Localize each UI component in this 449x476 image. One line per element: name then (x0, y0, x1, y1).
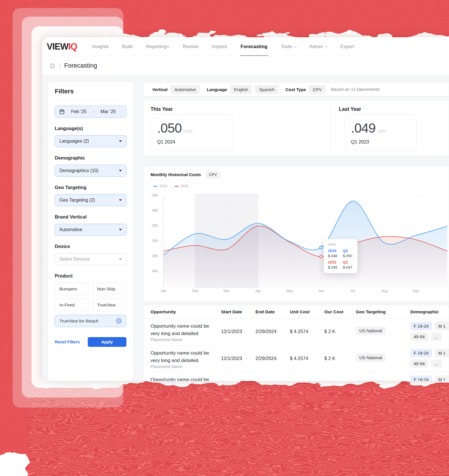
tooltip-year-2023: 2023 (328, 260, 342, 264)
check-icon: ✓ (116, 318, 122, 324)
legend-dash-2024 (153, 186, 157, 187)
languages-dropdown[interactable]: Languages (2) (55, 135, 126, 147)
our-cost: $ 2 K (324, 356, 335, 361)
product-option-trueview-for-reach[interactable]: TrueView for Reach ✓ (55, 315, 126, 327)
demographic-chip[interactable]: F 18-24 (410, 322, 432, 330)
legend-item-2024[interactable]: 2024 (153, 184, 167, 188)
chart-tooltip: June 2024 Q2 $.048 $.050 2023 Q2 $.045 (324, 239, 358, 273)
logo-iq-text: IQ (68, 42, 77, 52)
viewiq-logo[interactable]: VIEWIQ (47, 42, 77, 52)
column-header-geo-targeting[interactable]: Geo Targeting (356, 309, 386, 314)
nav-item-inspect[interactable]: Inspect (212, 37, 227, 56)
demographic-chip[interactable]: M 1 (435, 375, 449, 381)
last-year-period: Q1 2023 (351, 139, 410, 145)
historical-chart[interactable]: JanFebMarAprMayJunJulAugSep (160, 194, 449, 294)
nav-item-export[interactable]: Export (340, 37, 354, 56)
geo-targeting-chip[interactable]: US National (356, 353, 386, 362)
brand-vertical-dropdown[interactable]: Automotive (55, 224, 126, 236)
demographic-chips: F 18-24 M 1 45-54 ... (410, 375, 449, 381)
apply-button[interactable]: Apply (88, 337, 126, 347)
nav-item-reporting[interactable]: Reporting+ (146, 37, 169, 56)
nav-label: Export (340, 44, 354, 49)
chevron-down-icon (119, 140, 122, 142)
demographic-chip[interactable]: M 1 (435, 322, 449, 330)
nav-item-admin[interactable]: Admin (309, 37, 327, 56)
chevron-down-icon (119, 170, 122, 172)
product-option-bumpers[interactable]: Bumpers (55, 283, 89, 295)
table-row[interactable]: Opportunity name could be very long and … (144, 318, 449, 345)
nav-item-insights[interactable]: Insights (92, 37, 109, 56)
y-axis-tick: .065 (144, 193, 158, 197)
chart-title: Monthly Historical Costs (151, 172, 201, 177)
product-option-label: Non-Skip (97, 286, 116, 292)
nav-item-build[interactable]: Build (122, 37, 133, 56)
column-header-start-date[interactable]: Start Date (221, 309, 242, 314)
unit-cost: $ 4.2574 (290, 356, 308, 361)
cost-type-chip[interactable]: CPV (309, 85, 326, 94)
demographic-chips: F 18-24 M 1 45-54 ... (410, 349, 449, 368)
chevron-down-icon (325, 45, 328, 48)
summary-divider (330, 105, 331, 152)
filter-label-geo-targeting: Geo Targeting (55, 185, 126, 190)
start-date: 12/1/2023 (221, 329, 242, 334)
legend-dash-2023 (175, 186, 179, 187)
filter-label-device: Device (55, 244, 126, 249)
date-range-values: Feb ‘25 - Mar ‘25 (65, 109, 122, 114)
column-header-opportunity[interactable]: Opportunity (151, 309, 176, 314)
chevron-down-icon (294, 45, 297, 48)
demographic-more-chip[interactable]: ... (431, 359, 442, 368)
this-year-unit: CPV (185, 129, 193, 133)
column-header-unit-cost[interactable]: Unit Cost (290, 309, 310, 314)
context-bar: Vertical Automotive Language English Spa… (143, 82, 449, 96)
vertical-value-chip[interactable]: Automotive (170, 85, 200, 94)
primary-nav: Insights Build Reporting+ Review Inspect… (92, 37, 354, 56)
nav-item-review[interactable]: Review (183, 37, 198, 56)
legend-item-2023[interactable]: 2023 (175, 184, 188, 188)
product-option-label: Bumpers (59, 286, 77, 292)
filters-panel: Filters Feb ‘25 - Mar ‘25 Language(s) La… (48, 82, 134, 381)
nav-label: Tools (281, 44, 292, 49)
device-dropdown[interactable]: Select Devices (55, 253, 126, 265)
brand-vertical-dropdown-value: Automotive (59, 227, 82, 232)
demographic-chip[interactable]: M 1 (435, 349, 449, 357)
table-row[interactable]: Opportunity name could be very long and … (144, 345, 449, 372)
demographic-chip[interactable]: 45-54 (410, 333, 428, 341)
nav-item-forecasting[interactable]: Forecasting (241, 37, 268, 56)
date-range-picker[interactable]: Feb ‘25 - Mar ‘25 (55, 106, 126, 118)
column-header-end-date[interactable]: End Date (255, 309, 275, 314)
table-row[interactable]: Opportunity name could be very long and … (144, 372, 449, 381)
chart-unit-chip[interactable]: CPV (206, 170, 220, 179)
tooltip-month: June (328, 242, 353, 246)
product-option-nonskip[interactable]: Non-Skip (93, 283, 127, 295)
column-header-our-cost[interactable]: Our Cost (324, 309, 343, 314)
y-axis-tick: .060 (144, 209, 158, 213)
nav-item-tools[interactable]: Tools (281, 37, 296, 56)
demographics-dropdown[interactable]: Demographics (10) (55, 165, 126, 177)
svg-text:Aug: Aug (381, 289, 387, 293)
svg-text:Mar: Mar (223, 289, 230, 293)
filter-label-product: Product (55, 273, 126, 279)
home-icon[interactable] (49, 62, 56, 69)
demographic-chip[interactable]: 45-54 (410, 359, 428, 368)
product-option-label: TrueView for Reach (59, 318, 98, 324)
demographic-chip[interactable]: F 18-24 (410, 375, 432, 381)
end-date: 2/29/2024 (255, 329, 276, 334)
geo-targeting-chip[interactable]: US National (356, 380, 386, 381)
reset-filters-button[interactable]: Reset Filters (55, 340, 80, 344)
opportunity-name: Opportunity name could be very long and … (151, 322, 215, 337)
legend-label: 2024 (159, 184, 167, 188)
product-option-infeed[interactable]: In-Feed (55, 299, 89, 311)
language-chip-spanish[interactable]: Spanish (255, 85, 278, 94)
filter-label-languages: Language(s) (55, 126, 126, 131)
column-header-demographic[interactable]: Demographic (410, 309, 439, 314)
logo-view-text: VIEW (47, 42, 68, 52)
filter-label-demographic: Demographic (55, 155, 126, 161)
product-option-trueview[interactable]: TrueView (93, 299, 127, 311)
language-chip-english[interactable]: English (230, 85, 252, 94)
end-date: 2/29/2024 (255, 356, 276, 361)
chevron-down-icon (119, 229, 122, 231)
demographic-more-chip[interactable]: ... (431, 333, 442, 341)
geo-targeting-dropdown[interactable]: Geo Targeting (2) (55, 194, 126, 206)
geo-targeting-chip[interactable]: US National (356, 326, 386, 335)
demographic-chip[interactable]: F 18-24 (410, 349, 432, 357)
